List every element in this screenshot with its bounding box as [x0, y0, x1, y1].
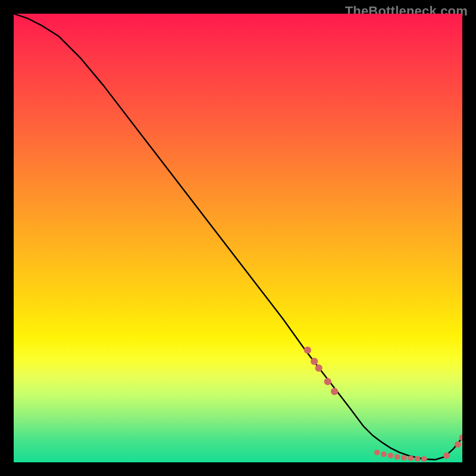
- curve-point: [421, 456, 427, 462]
- points-layer: [304, 346, 462, 462]
- curve-point: [304, 346, 311, 353]
- curve-point: [443, 452, 450, 459]
- curve-point: [394, 454, 400, 460]
- curve-point: [415, 456, 421, 462]
- bottleneck-curve: [14, 14, 462, 459]
- chart-svg: [14, 14, 462, 462]
- curve-point: [331, 388, 338, 395]
- curve-point: [459, 434, 462, 441]
- curve-point: [401, 455, 407, 461]
- curve-point: [324, 378, 331, 385]
- curve-point: [388, 453, 394, 459]
- chart-frame: TheBottleneck.com: [0, 0, 476, 476]
- curve-point: [381, 452, 387, 458]
- curve-layer: [14, 14, 462, 459]
- curve-point: [455, 441, 461, 447]
- curve-point: [408, 455, 414, 461]
- curve-point: [315, 365, 322, 372]
- curve-point: [311, 358, 318, 365]
- curve-point: [374, 450, 380, 456]
- plot-area: [14, 14, 462, 462]
